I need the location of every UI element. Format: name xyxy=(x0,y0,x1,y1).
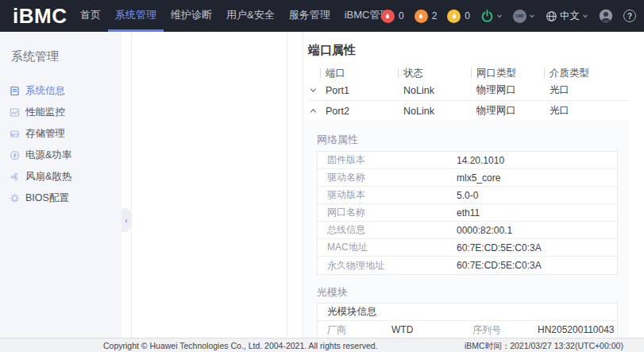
port-table: 端口 状态 网口类型 介质类型 Port1 NoLink 物理网口 光口 xyxy=(308,65,629,122)
globe-icon xyxy=(546,10,557,22)
panel-divider xyxy=(131,32,132,338)
sidebar-collapse-button[interactable]: ‹ xyxy=(121,208,131,232)
sidebar-item-label: 风扇&散热 xyxy=(25,170,71,184)
table-row: MAC地址 60:7E:CD:5E:C0:3A xyxy=(318,239,617,257)
footer: Copyright © Huawei Technologies Co., Ltd… xyxy=(0,338,644,352)
media-type: 光口 xyxy=(544,83,629,97)
ibmc-time: iBMC时间：2021/03/27 13:32(UTC+00:00) xyxy=(465,341,623,352)
top-header: iBMC 首页 系统管理 维护诊断 用户&安全 服务管理 iBMC管理 0 2 xyxy=(0,0,644,32)
detail-value: eth11 xyxy=(457,207,480,219)
help-button[interactable]: ? xyxy=(623,10,636,22)
ibmc-time-label: iBMC时间： xyxy=(465,341,510,350)
sidebar-item-label: 性能监控 xyxy=(25,106,65,119)
power-control-button[interactable] xyxy=(480,10,503,23)
minor-alarm-count: 0 xyxy=(465,10,470,21)
table-row: 固件版本 14.20.1010 xyxy=(318,152,617,169)
detail-label: 网口名称 xyxy=(318,206,457,219)
table-row: 厂商 WTD 序列号 HN205200110043 xyxy=(318,321,617,338)
nav-item-user-security[interactable]: 用户&安全 xyxy=(219,0,282,32)
chevron-down-icon xyxy=(582,13,588,19)
serial-number-value: HN205200110043 xyxy=(538,324,615,335)
column-header-port-type: 网口类型 xyxy=(471,68,544,79)
table-row: 驱动版本 5.0-0 xyxy=(318,187,617,204)
uid-indicator-button[interactable]: UID xyxy=(513,10,535,23)
nav-item-system-management[interactable]: 系统管理 xyxy=(108,0,164,32)
chevron-left-icon: ‹ xyxy=(125,216,127,225)
uid-icon: UID xyxy=(513,10,526,23)
line-chart-icon xyxy=(10,107,20,118)
ibmc-logo: iBMC xyxy=(0,0,73,32)
detail-label: 永久物理地址 xyxy=(318,259,457,273)
detail-value: 60:7E:CD:5E:C0:3A xyxy=(457,260,542,271)
help-icon: ? xyxy=(623,10,636,22)
table-row: 总线信息 0000:82:00.1 xyxy=(318,222,617,239)
detail-label: 驱动名称 xyxy=(318,171,457,184)
nav-item-maintenance-diagnostics[interactable]: 维护诊断 xyxy=(164,0,219,32)
detail-value: 0000:82:00.1 xyxy=(457,225,512,236)
port-name: Port1 xyxy=(320,85,398,96)
detail-value: 60:7E:CD:5E:C0:3A xyxy=(457,242,542,253)
serial-number-label: 序列号 xyxy=(472,323,538,337)
sidebar-item-label: 存储管理 xyxy=(25,127,65,141)
port-properties-panel: 端口属性 端口 状态 网口类型 介质类型 Port1 NoLink 物理网口 光… xyxy=(303,32,629,338)
sidebar-item-power[interactable]: 电源&功率 xyxy=(0,145,121,166)
document-icon xyxy=(10,86,20,96)
page-title: 端口属性 xyxy=(303,32,629,58)
port-status: NoLink xyxy=(398,85,471,96)
ibmc-app: iBMC 首页 系统管理 维护诊断 用户&安全 服务管理 iBMC管理 0 2 xyxy=(0,0,644,352)
alarm-major-indicator[interactable]: 2 xyxy=(415,10,438,23)
gear-icon xyxy=(10,193,20,203)
sidebar-title: 系统管理 xyxy=(11,49,121,64)
nav-item-service-management[interactable]: 服务管理 xyxy=(282,0,337,32)
table-row-port2[interactable]: Port2 NoLink 物理网口 光口 xyxy=(308,101,629,122)
table-row: 网口名称 eth11 xyxy=(318,204,617,222)
major-alarm-count: 2 xyxy=(432,10,438,21)
detail-label: 固件版本 xyxy=(318,153,457,167)
sidebar-item-label: 电源&功率 xyxy=(25,149,71,162)
port-name: Port2 xyxy=(320,106,398,117)
column-header-port: 端口 xyxy=(320,68,398,79)
optical-module-title: 光模块 xyxy=(317,285,618,298)
alarm-critical-indicator[interactable]: 0 xyxy=(381,10,404,23)
vendor-value: WTD xyxy=(391,324,472,335)
port-status: NoLink xyxy=(398,106,471,117)
detail-label: MAC地址 xyxy=(318,241,457,254)
nav-item-home[interactable]: 首页 xyxy=(73,0,108,32)
table-row: 永久物理地址 60:7E:CD:5E:C0:3A xyxy=(318,257,617,274)
sidebar-item-fan-cooling[interactable]: 风扇&散热 xyxy=(0,166,121,188)
port-table-header: 端口 状态 网口类型 介质类型 xyxy=(308,65,629,80)
sidebar: 系统管理 系统信息 性能监控 xyxy=(0,32,121,338)
sidebar-item-system-info[interactable]: 系统信息 xyxy=(0,80,121,102)
sidebar-item-storage-management[interactable]: 存储管理 xyxy=(0,123,121,145)
alarm-minor-indicator[interactable]: 0 xyxy=(447,10,470,23)
main-nav: 首页 系统管理 维护诊断 用户&安全 服务管理 iBMC管理 xyxy=(73,0,397,32)
chevron-down-icon xyxy=(496,13,503,19)
chevron-down-icon xyxy=(310,87,317,94)
ibmc-time-value: 2021/03/27 13:32(UTC+00:00) xyxy=(510,341,623,350)
sidebar-item-performance-monitoring[interactable]: 性能监控 xyxy=(0,102,121,123)
sidebar-menu: 系统信息 性能监控 存储管理 xyxy=(0,80,121,209)
sidebar-item-bios-config[interactable]: BIOS配置 xyxy=(0,188,121,209)
avatar-icon xyxy=(599,9,613,23)
port-type: 物理网口 xyxy=(471,104,544,118)
fan-icon xyxy=(10,172,20,182)
column-header-status: 状态 xyxy=(398,68,471,79)
power-bolt-icon xyxy=(10,150,20,161)
power-icon xyxy=(480,10,494,23)
panel-divider xyxy=(287,32,287,338)
critical-alarm-flame-icon xyxy=(381,10,395,23)
column-header-media-type: 介质类型 xyxy=(544,68,629,79)
detail-value: 14.20.1010 xyxy=(457,155,504,166)
language-label: 中文 xyxy=(560,10,580,23)
copyright-text: Copyright © Huawei Technologies Co., Ltd… xyxy=(103,341,378,350)
chevron-up-icon xyxy=(310,107,317,114)
user-account-button[interactable] xyxy=(599,9,613,23)
minor-alarm-flame-icon xyxy=(447,10,461,23)
collapse-toggle[interactable] xyxy=(308,107,320,114)
detail-label: 驱动版本 xyxy=(318,188,457,202)
detail-value: mlx5_core xyxy=(457,172,500,184)
table-row-port1[interactable]: Port1 NoLink 物理网口 光口 xyxy=(308,80,629,101)
header-actions: 0 2 0 xyxy=(381,0,636,32)
language-selector[interactable]: 中文 xyxy=(546,10,588,23)
expand-toggle[interactable] xyxy=(308,87,320,94)
